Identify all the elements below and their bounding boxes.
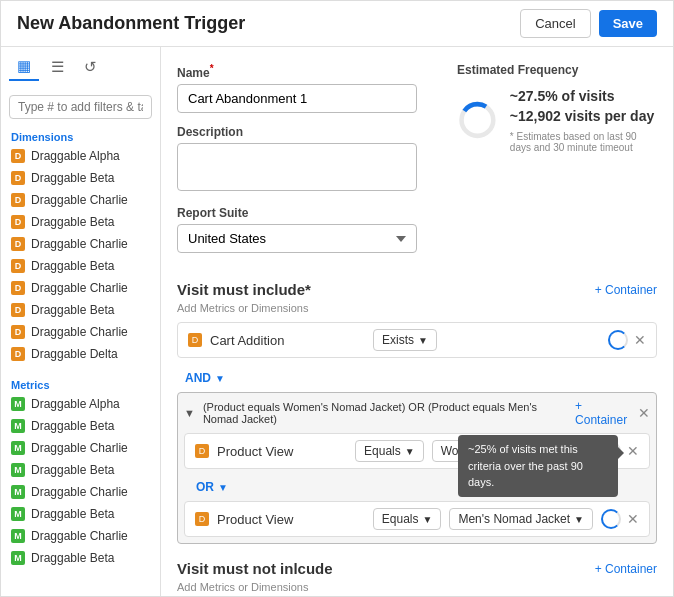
tab-table[interactable]: ▦ <box>9 53 39 81</box>
dim-label-0: Draggable Alpha <box>31 149 120 163</box>
tooltip-box: ~25% of visits met this criteria over th… <box>458 435 618 497</box>
tab-list[interactable]: ☰ <box>43 54 72 80</box>
or-connector[interactable]: OR ▼ <box>188 477 236 497</box>
sidebar-item-met-4[interactable]: MDraggable Charlie <box>1 481 160 503</box>
and-chevron-icon: ▼ <box>215 373 225 384</box>
form-section: Name* Description Report Suite United St… <box>177 63 433 265</box>
met-label-0: Draggable Alpha <box>31 397 120 411</box>
description-label: Description <box>177 125 433 139</box>
visit-not-include-title: Visit must not inlcude <box>177 560 333 577</box>
product-view-2-val[interactable]: Men's Nomad Jacket ▼ <box>449 508 593 530</box>
cart-addition-row: D Cart Addition Exists ▼ ✕ <box>177 322 657 358</box>
description-row: Description <box>177 125 433 194</box>
product-view-1-op-chevron: ▼ <box>405 446 415 457</box>
product-view-1-op[interactable]: Equals ▼ <box>355 440 424 462</box>
description-input[interactable] <box>177 143 417 191</box>
tooltip-text: ~25% of visits met this criteria over th… <box>468 443 583 488</box>
dim-label-6: Draggable Charlie <box>31 281 128 295</box>
product-view-2-op-chevron: ▼ <box>423 514 433 525</box>
add-container-not-include-btn[interactable]: + Container <box>595 562 657 576</box>
nested-add-container-btn[interactable]: + Container <box>575 399 630 427</box>
sidebar-item-dim-3[interactable]: DDraggable Beta <box>1 211 160 233</box>
name-input[interactable] <box>177 84 417 113</box>
cancel-button[interactable]: Cancel <box>520 9 590 38</box>
visit-not-include-subtitle: Add Metrics or Dimensions <box>177 581 657 593</box>
freq-stats: ~27.5% of visits ~12,902 visits per day … <box>510 87 657 152</box>
nested-container: ▼ (Product equals Women's Nomad Jacket) … <box>177 392 657 544</box>
dim-label-4: Draggable Charlie <box>31 237 128 251</box>
metric-icon-7: M <box>11 551 25 565</box>
dim-icon-6: D <box>11 281 25 295</box>
nested-container-actions: + Container ✕ <box>575 399 650 427</box>
name-row: Name* <box>177 63 433 113</box>
sidebar-item-dim-8[interactable]: DDraggable Charlie <box>1 321 160 343</box>
and-connector[interactable]: AND ▼ <box>177 368 233 388</box>
report-suite-select[interactable]: United States <box>177 224 417 253</box>
dim-icon-4: D <box>11 237 25 251</box>
sidebar-item-met-3[interactable]: MDraggable Beta <box>1 459 160 481</box>
sidebar-item-met-7[interactable]: MDraggable Beta <box>1 547 160 569</box>
met-label-5: Draggable Beta <box>31 507 114 521</box>
sidebar-item-met-0[interactable]: MDraggable Alpha <box>1 393 160 415</box>
met-label-2: Draggable Charlie <box>31 441 128 455</box>
sidebar-item-dim-4[interactable]: DDraggable Charlie <box>1 233 160 255</box>
top-section: Name* Description Report Suite United St… <box>177 63 657 265</box>
cart-addition-remove-btn[interactable]: ✕ <box>634 333 646 347</box>
nested-remove-btn[interactable]: ✕ <box>638 406 650 420</box>
sidebar-item-met-1[interactable]: MDraggable Beta <box>1 415 160 437</box>
sidebar-item-dim-5[interactable]: DDraggable Beta <box>1 255 160 277</box>
visit-include-header: Visit must include* + Container <box>177 281 657 298</box>
dim-icon-9: D <box>11 347 25 361</box>
dimensions-label: Dimensions <box>1 125 160 145</box>
sidebar-item-dim-7[interactable]: DDraggable Beta <box>1 299 160 321</box>
product-view-2-name: Product View <box>217 512 365 527</box>
history-icon: ↺ <box>84 58 97 76</box>
sidebar-item-dim-6[interactable]: DDraggable Charlie <box>1 277 160 299</box>
met-label-7: Draggable Beta <box>31 551 114 565</box>
sidebar-item-met-6[interactable]: MDraggable Charlie <box>1 525 160 547</box>
visit-must-include-section: Visit must include* + Container Add Metr… <box>177 281 657 544</box>
app-container: New Abandonment Trigger Cancel Save ▦ ☰ … <box>0 0 674 597</box>
search-input[interactable] <box>9 95 152 119</box>
visit-include-title: Visit must include* <box>177 281 311 298</box>
header-actions: Cancel Save <box>520 9 657 38</box>
cart-addition-dim-icon: D <box>188 333 202 347</box>
cart-addition-op[interactable]: Exists ▼ <box>373 329 437 351</box>
dim-icon-5: D <box>11 259 25 273</box>
sidebar-item-met-2[interactable]: MDraggable Charlie <box>1 437 160 459</box>
metric-icon-1: M <box>11 419 25 433</box>
sidebar-item-dim-0[interactable]: DDraggable Alpha <box>1 145 160 167</box>
metrics-label: Metrics <box>1 373 160 393</box>
sidebar-item-dim-2[interactable]: DDraggable Charlie <box>1 189 160 211</box>
estimated-frequency-section: Estimated Frequency ~27.5% of visits ~12… <box>457 63 657 265</box>
chevron-down-icon: ▼ <box>418 335 428 346</box>
product-view-1-name: Product View <box>217 444 347 459</box>
or-chevron-icon: ▼ <box>218 482 228 493</box>
estimated-frequency-label: Estimated Frequency <box>457 63 657 77</box>
metric-icon-3: M <box>11 463 25 477</box>
add-container-include-btn[interactable]: + Container <box>595 283 657 297</box>
sidebar-item-dim-1[interactable]: DDraggable Beta <box>1 167 160 189</box>
product-view-2-remove-btn[interactable]: ✕ <box>627 512 639 526</box>
nested-container-label: ▼ (Product equals Women's Nomad Jacket) … <box>184 401 575 425</box>
product-view-2-icon: D <box>195 512 209 526</box>
product-view-2-op[interactable]: Equals ▼ <box>373 508 442 530</box>
dim-icon-8: D <box>11 325 25 339</box>
product-view-1-remove-btn[interactable]: ✕ <box>627 444 639 458</box>
sidebar-search-container <box>1 89 160 125</box>
save-button[interactable]: Save <box>599 10 657 37</box>
nested-collapse-icon[interactable]: ▼ <box>184 407 195 419</box>
dim-label-1: Draggable Beta <box>31 171 114 185</box>
nested-container-header: ▼ (Product equals Women's Nomad Jacket) … <box>184 399 650 427</box>
product-view-2-val-chevron: ▼ <box>574 514 584 525</box>
report-suite-label: Report Suite <box>177 206 433 220</box>
sidebar-items: Dimensions DDraggable Alpha DDraggable B… <box>1 125 160 596</box>
tab-history[interactable]: ↺ <box>76 54 105 80</box>
visit-not-include-header: Visit must not inlcude + Container <box>177 560 657 577</box>
freq-content: ~27.5% of visits ~12,902 visits per day … <box>457 85 657 155</box>
visit-include-subtitle: Add Metrics or Dimensions <box>177 302 657 314</box>
product-view-2-freq-indicator <box>601 509 621 529</box>
sidebar-item-dim-9[interactable]: DDraggable Delta <box>1 343 160 365</box>
sidebar-item-met-5[interactable]: MDraggable Beta <box>1 503 160 525</box>
metric-icon-2: M <box>11 441 25 455</box>
